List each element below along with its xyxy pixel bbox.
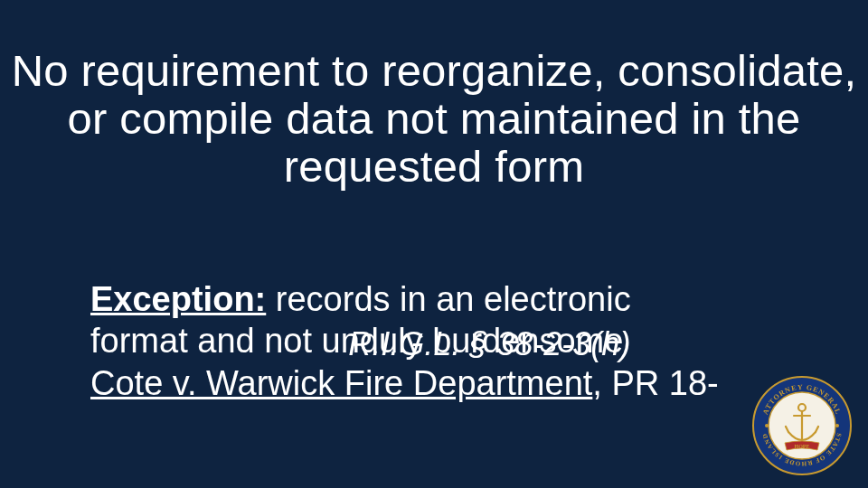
body-line-2: format and not unduly burdensome R.I.G.L… xyxy=(90,320,805,361)
case-after: , PR 18- xyxy=(592,364,718,402)
title-text: No requirement to reorganize, consolidat… xyxy=(12,46,856,191)
line1-rest: records in an electronic xyxy=(266,280,630,318)
exception-label: Exception: xyxy=(90,280,266,318)
body-line-1: Exception: records in an electronic xyxy=(90,278,805,320)
body-line-3: Cote v. Warwick Fire Department, PR 18- xyxy=(90,362,805,404)
slide: No requirement to reorganize, consolidat… xyxy=(0,0,868,488)
statute-citation: R.I.G.L. § 38-2-3(h) xyxy=(348,324,630,364)
slide-title: No requirement to reorganize, consolidat… xyxy=(0,47,868,191)
ri-attorney-general-seal-icon: ATTORNEY GENERAL STATE OF RHODE ISLAND H… xyxy=(752,376,852,475)
body-line-4: 15 xyxy=(90,404,805,446)
seal-ribbon-text: HOPE xyxy=(794,444,809,449)
case-name: Cote v. Warwick Fire Department xyxy=(90,364,592,402)
overlap-wrap: format and not unduly burdensome R.I.G.L… xyxy=(90,322,623,360)
slide-body: Exception: records in an electronic form… xyxy=(90,278,805,446)
svg-point-4 xyxy=(765,424,769,427)
svg-point-5 xyxy=(835,424,839,427)
